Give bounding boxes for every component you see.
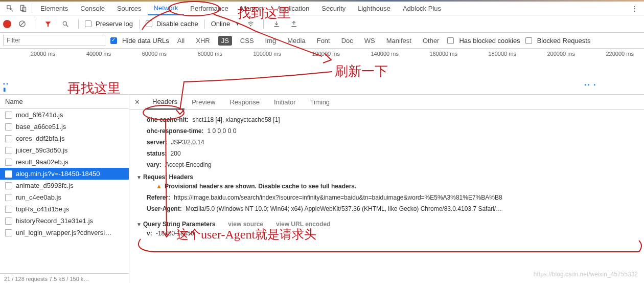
request-name: cores_ddf2bfa.js bbox=[16, 135, 64, 142]
close-details-icon[interactable]: ✕ bbox=[129, 98, 145, 106]
response-header-row: server: JSP3/2.0.14 bbox=[136, 137, 637, 148]
search-icon[interactable] bbox=[59, 18, 72, 30]
tab-headers[interactable]: Headers bbox=[145, 95, 185, 110]
request-row[interactable]: result_9aa02eb.js bbox=[0, 156, 129, 168]
request-name: base_a66ce51.js bbox=[16, 123, 66, 130]
request-name: uni_login_wrapper.js?cdnversi… bbox=[16, 229, 111, 236]
blocked-cookies-checkbox[interactable] bbox=[447, 37, 454, 44]
filter-input[interactable] bbox=[3, 35, 105, 46]
request-row[interactable]: cores_ddf2bfa.js bbox=[0, 133, 129, 144]
divider bbox=[204, 19, 205, 29]
triangle-down-icon: ▼ bbox=[136, 175, 142, 180]
tab-elements[interactable]: Elements bbox=[34, 2, 74, 15]
response-header-row: ohc-response-time: 1 0 0 0 0 0 bbox=[136, 125, 637, 137]
tab-preview[interactable]: Preview bbox=[185, 95, 222, 109]
throttling-select[interactable]: Online bbox=[211, 20, 231, 28]
blocked-requests-checkbox[interactable] bbox=[525, 37, 532, 44]
request-row[interactable]: alog.min.js?v=-18450-18450 bbox=[0, 168, 129, 180]
svg-rect-0 bbox=[7, 5, 10, 8]
request-list-sidebar: Name mod_6f6741d.jsbase_a66ce51.jscores_… bbox=[0, 95, 129, 283]
divider bbox=[78, 19, 79, 29]
tab-sources[interactable]: Sources bbox=[111, 2, 148, 15]
filter-manifest[interactable]: Manifest bbox=[383, 36, 415, 46]
clear-button[interactable] bbox=[15, 18, 29, 30]
request-name: animate_d5993fc.js bbox=[16, 182, 74, 189]
svg-line-4 bbox=[20, 22, 24, 26]
file-icon bbox=[5, 147, 12, 154]
hide-data-urls-checkbox[interactable] bbox=[110, 37, 117, 44]
request-row[interactable]: historyRecord_31e31e1.js bbox=[0, 215, 129, 227]
request-row[interactable]: mod_6f6741d.js bbox=[0, 109, 129, 121]
tab-response[interactable]: Response bbox=[222, 95, 267, 109]
filter-xhr[interactable]: XHR bbox=[193, 36, 213, 46]
request-name: topRs_c41d15e.js bbox=[16, 205, 69, 213]
more-tabs-icon[interactable]: ⋮ bbox=[628, 5, 641, 12]
svg-line-6 bbox=[66, 25, 68, 27]
file-icon bbox=[5, 194, 12, 201]
tab-adblock[interactable]: Adblock Plus bbox=[397, 2, 447, 15]
request-name: run_c4ee0ab.js bbox=[16, 193, 61, 201]
inspect-icon[interactable] bbox=[3, 2, 16, 14]
filter-all[interactable]: All bbox=[174, 36, 188, 46]
tab-network[interactable]: Network bbox=[148, 2, 185, 15]
request-row[interactable]: juicer_59c3d50.js bbox=[0, 144, 129, 156]
request-row[interactable]: animate_d5993fc.js bbox=[0, 180, 129, 191]
file-icon bbox=[5, 182, 12, 189]
filter-ws[interactable]: WS bbox=[361, 36, 378, 46]
divider bbox=[139, 19, 140, 29]
watermark: https://blog.csdn.net/weixin_45755332 bbox=[534, 271, 638, 278]
divider bbox=[263, 19, 264, 29]
disable-cache-checkbox[interactable] bbox=[146, 20, 152, 27]
request-header-row: User-Agent: Mozilla/5.0 (Windows NT 10.0… bbox=[136, 203, 637, 214]
tab-console[interactable]: Console bbox=[74, 2, 111, 15]
request-headers-section[interactable]: ▼Request Headers bbox=[136, 173, 637, 181]
tab-lighthouse[interactable]: Lighthouse bbox=[352, 2, 397, 15]
filter-css[interactable]: CSS bbox=[237, 36, 257, 46]
chevron-down-icon: ▼ bbox=[235, 21, 240, 27]
provisional-warning: ▲Provisional headers are shown. Disable … bbox=[136, 181, 637, 192]
view-url-encoded-link[interactable]: view URL encoded bbox=[276, 221, 330, 228]
filter-other[interactable]: Other bbox=[420, 36, 443, 46]
record-button[interactable] bbox=[3, 20, 11, 28]
query-string-section[interactable]: ▼Query String Parametersview sourceview … bbox=[136, 221, 637, 228]
tab-application[interactable]: Application bbox=[271, 2, 316, 15]
response-header-row: ohc-cache-hit: shct118 [4], xiangyctcach… bbox=[136, 114, 637, 125]
detail-tabs: ✕ Headers Preview Response Initiator Tim… bbox=[129, 95, 644, 110]
request-row[interactable]: base_a66ce51.js bbox=[0, 121, 129, 133]
filter-icon[interactable] bbox=[41, 18, 55, 30]
wifi-icon[interactable] bbox=[244, 18, 257, 30]
export-har-icon[interactable] bbox=[287, 18, 301, 30]
file-icon bbox=[5, 159, 12, 166]
filter-js[interactable]: JS bbox=[218, 36, 232, 46]
svg-point-7 bbox=[250, 26, 251, 26]
network-toolbar: Preserve log Disable cache Online ▼ bbox=[0, 15, 644, 33]
filter-media[interactable]: Media bbox=[284, 36, 308, 46]
tab-timing[interactable]: Timing bbox=[303, 95, 337, 109]
request-row[interactable]: topRs_c41d15e.js bbox=[0, 203, 129, 215]
file-icon bbox=[5, 206, 12, 213]
svg-point-5 bbox=[63, 21, 66, 25]
request-row[interactable]: uni_login_wrapper.js?cdnversi… bbox=[0, 227, 129, 238]
filter-font[interactable]: Font bbox=[314, 36, 333, 46]
request-details: ✕ Headers Preview Response Initiator Tim… bbox=[129, 95, 644, 283]
response-header-row: status: 200 bbox=[136, 148, 637, 159]
preserve-log-label: Preserve log bbox=[96, 20, 133, 28]
tab-initiator[interactable]: Initiator bbox=[267, 95, 303, 109]
view-source-link[interactable]: view source bbox=[228, 221, 263, 228]
filter-img[interactable]: Img bbox=[262, 36, 280, 46]
waterfall-timeline[interactable]: 20000 ms40000 ms60000 ms80000 ms100000 m… bbox=[0, 49, 644, 95]
blocked-cookies-label: Has blocked cookies bbox=[459, 37, 520, 45]
tab-performance[interactable]: Performance bbox=[184, 2, 234, 15]
filter-doc[interactable]: Doc bbox=[338, 36, 356, 46]
request-row[interactable]: run_c4ee0ab.js bbox=[0, 191, 129, 203]
tab-memory[interactable]: Memory bbox=[235, 2, 271, 15]
file-icon bbox=[5, 112, 12, 119]
tab-security[interactable]: Security bbox=[315, 2, 352, 15]
import-har-icon[interactable] bbox=[270, 18, 283, 30]
blocked-requests-label: Blocked Requests bbox=[537, 37, 591, 45]
request-name: alog.min.js?v=-18450-18450 bbox=[16, 170, 100, 178]
device-toggle-icon[interactable] bbox=[16, 2, 30, 14]
preserve-log-checkbox[interactable] bbox=[85, 20, 91, 27]
name-column-header[interactable]: Name bbox=[0, 95, 129, 109]
disable-cache-label: Disable cache bbox=[156, 20, 198, 28]
